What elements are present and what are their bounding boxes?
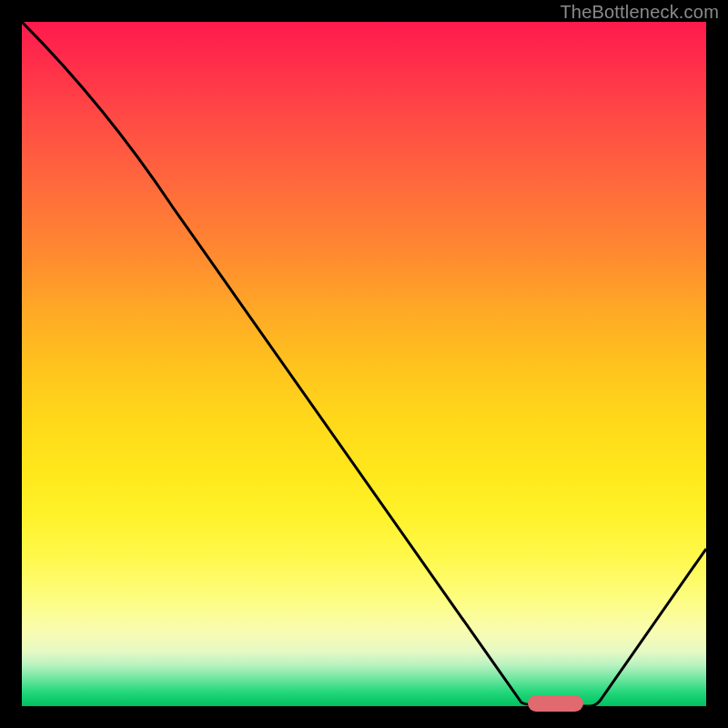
chart-frame: TheBottleneck.com	[0, 0, 728, 728]
chart-plot-area	[22, 22, 706, 706]
chart-curve-svg	[22, 22, 706, 706]
optimum-marker	[528, 695, 582, 712]
chart-curve	[22, 22, 706, 706]
watermark-text: TheBottleneck.com	[560, 2, 719, 23]
